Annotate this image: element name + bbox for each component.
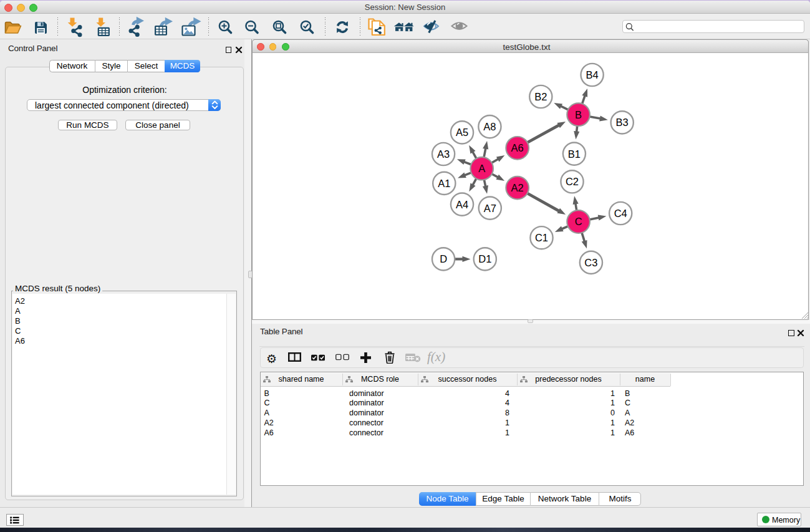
svg-text:A: A: [478, 163, 485, 174]
svg-text:B4: B4: [586, 69, 599, 80]
svg-text:A7: A7: [484, 203, 496, 214]
svg-text:B: B: [575, 109, 582, 120]
svg-text:A2: A2: [511, 182, 524, 193]
svg-text:A5: A5: [456, 127, 468, 138]
svg-text:A3: A3: [437, 148, 450, 160]
svg-text:A1: A1: [438, 178, 450, 189]
svg-text:D: D: [440, 253, 447, 264]
svg-text:B2: B2: [534, 91, 547, 102]
svg-text:B3: B3: [616, 117, 629, 128]
svg-text:C3: C3: [584, 257, 597, 268]
svg-text:B1: B1: [568, 148, 581, 160]
svg-text:C: C: [575, 216, 582, 227]
svg-text:C1: C1: [535, 232, 548, 243]
svg-text:C2: C2: [566, 176, 579, 187]
svg-text:A8: A8: [483, 121, 496, 132]
svg-text:A4: A4: [456, 199, 468, 210]
svg-text:D1: D1: [478, 253, 491, 264]
svg-text:A6: A6: [511, 142, 524, 153]
svg-text:C4: C4: [614, 208, 627, 219]
